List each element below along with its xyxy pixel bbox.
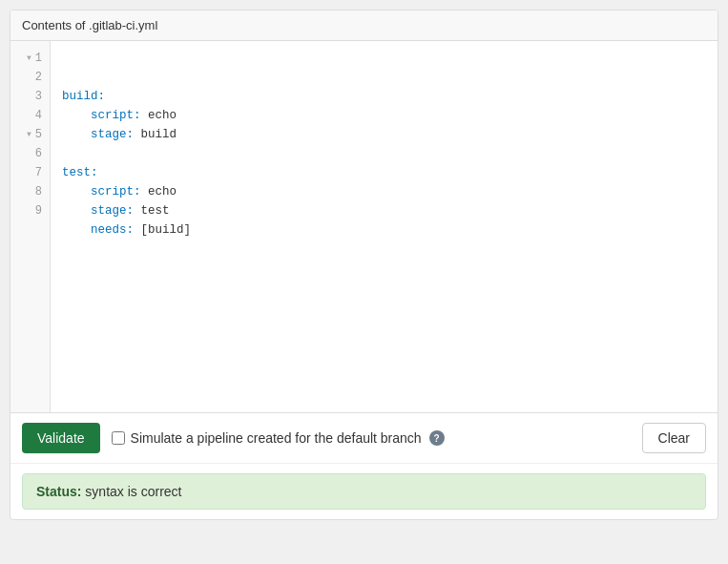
code-token xyxy=(62,185,91,198)
editor-area: ▼1234▼56789 build: script: echo stage: b… xyxy=(10,41,718,413)
line-number: ▼5 xyxy=(10,125,50,144)
status-message: syntax is correct xyxy=(81,484,181,499)
code-token: build xyxy=(134,128,177,141)
code-token: stage: xyxy=(91,128,134,141)
line-number-text: 5 xyxy=(35,125,42,144)
code-line: script: echo xyxy=(62,106,706,125)
toolbar: Validate Simulate a pipeline created for… xyxy=(10,413,718,464)
simulate-checkbox[interactable] xyxy=(112,431,125,445)
line-number-text: 2 xyxy=(35,68,42,87)
line-number-text: 6 xyxy=(35,144,42,163)
code-line: stage: build xyxy=(62,125,706,144)
code-token xyxy=(62,204,91,218)
code-line: script: echo xyxy=(62,182,706,201)
line-number: 4 xyxy=(10,106,50,125)
simulate-label[interactable]: Simulate a pipeline created for the defa… xyxy=(112,430,631,446)
validate-button[interactable]: Validate xyxy=(22,423,100,453)
code-token: script: xyxy=(91,185,141,198)
code-token: echo xyxy=(141,185,177,198)
code-line: needs: [build] xyxy=(62,220,706,240)
status-bar: Status: syntax is correct xyxy=(22,473,706,510)
line-number: 7 xyxy=(10,163,50,182)
line-numbers: ▼1234▼56789 xyxy=(10,41,51,412)
line-number-text: 1 xyxy=(35,49,42,68)
code-token: needs: xyxy=(91,223,134,237)
line-number: 3 xyxy=(10,87,50,106)
code-token xyxy=(62,223,91,237)
code-line xyxy=(62,144,706,163)
code-token xyxy=(62,109,91,122)
line-number: 8 xyxy=(10,182,50,201)
code-token xyxy=(62,128,91,141)
collapse-arrow-icon[interactable]: ▼ xyxy=(27,125,31,144)
code-token: echo xyxy=(141,109,177,122)
line-number-text: 7 xyxy=(35,163,42,182)
line-number-text: 8 xyxy=(35,182,42,201)
line-number: 2 xyxy=(10,68,50,87)
line-number-text: 9 xyxy=(35,201,42,220)
code-line: test: xyxy=(62,163,706,182)
line-number-text: 3 xyxy=(35,87,42,106)
line-number: 9 xyxy=(10,201,50,220)
code-token: test xyxy=(134,204,170,218)
line-number: 6 xyxy=(10,144,50,163)
code-token: test: xyxy=(62,166,98,179)
code-token: build: xyxy=(62,90,105,103)
status-label: Status: xyxy=(36,484,81,499)
line-number: ▼1 xyxy=(10,49,50,68)
clear-button[interactable]: Clear xyxy=(642,423,706,453)
file-title: Contents of .gitlab-ci.yml xyxy=(22,18,157,32)
code-content[interactable]: build: script: echo stage: build test: s… xyxy=(51,41,718,412)
line-number-text: 4 xyxy=(35,106,42,125)
code-token: [build] xyxy=(134,223,191,237)
file-header: Contents of .gitlab-ci.yml xyxy=(10,10,718,41)
help-icon[interactable]: ? xyxy=(429,430,445,446)
simulate-text: Simulate a pipeline created for the defa… xyxy=(131,430,422,446)
collapse-arrow-icon[interactable]: ▼ xyxy=(27,49,31,68)
code-line: stage: test xyxy=(62,201,706,220)
code-token: script: xyxy=(91,109,141,122)
code-line xyxy=(62,240,706,259)
code-token: stage: xyxy=(91,204,134,218)
code-line: build: xyxy=(62,87,706,106)
main-container: Contents of .gitlab-ci.yml ▼1234▼56789 b… xyxy=(10,10,718,520)
